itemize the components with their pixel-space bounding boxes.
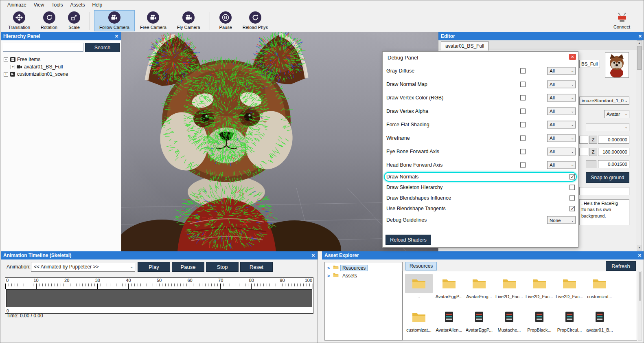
checkbox[interactable] [570,206,575,211]
checkbox[interactable] [520,68,526,73]
tool-connect[interactable]: Connect [608,10,635,31]
asset-item[interactable]: customizat... [585,274,615,306]
asset-item[interactable]: Live2D_Fac... [524,274,554,306]
collapse-icon[interactable]: − [4,57,8,62]
description-field[interactable]: . He's the FaceRig ffo has his own backg… [579,199,629,225]
checkbox[interactable] [520,162,526,167]
z-axis-label: Z [589,136,597,144]
close-icon[interactable]: ✕ [115,32,118,40]
expand-icon[interactable]: + [4,72,8,77]
editor-scrollbar[interactable]: ▲ ▼ [637,40,642,251]
tab-avatar01-bs-full[interactable]: avatar01_BS_Full [441,41,488,51]
asset-item[interactable]: customizat... [404,307,434,340]
animation-dropdown[interactable]: << Animated by Puppeteer >> ⌄ [31,262,135,272]
snap-to-ground-button[interactable]: Snap to ground [586,172,629,183]
standard-dropdown[interactable]: imazeStandard_1_0 ⌄ [579,97,629,105]
menu-assets[interactable]: Assets [67,1,89,9]
asset-item[interactable]: .. [404,274,434,306]
asset-tree-label[interactable]: Assets [340,273,359,279]
asset-tree-resources[interactable]: > Resources [325,264,402,272]
asset-item[interactable]: avatar01_B... [585,307,615,340]
checkbox[interactable] [570,196,575,201]
play-button[interactable]: Play [138,262,170,272]
timeline-track[interactable] [6,289,312,307]
tree-item-avatar[interactable]: + avatar01_BS_Full [11,63,63,70]
timeline-ruler[interactable]: 0 10 20 30 40 50 60 70 80 90 100 0 [5,277,313,314]
search-button[interactable]: Search [85,43,120,52]
dropdown[interactable]: All⌄ [547,80,576,88]
dropdown[interactable]: All⌄ [547,94,576,101]
asset-item[interactable]: AvatarAlien... [434,307,464,340]
scroll-down-icon[interactable]: ▼ [637,245,642,250]
type-dropdown[interactable]: Avatar ⌄ [604,110,629,118]
checkbox[interactable] [520,122,526,127]
tool-reload-phys[interactable]: Reload Phys [237,10,273,31]
reload-shaders-button[interactable]: Reload Shaders [386,235,431,245]
asset-item[interactable]: Live2D_Fac... [494,274,524,306]
asset-item[interactable]: PropCircul... [554,307,585,340]
chevron-right-icon[interactable]: > [327,266,331,270]
menu-tools[interactable]: Tools [48,1,66,9]
folder-icon [333,265,339,271]
menu-help[interactable]: Help [89,1,106,9]
scale-field[interactable]: 0.001500 [598,160,629,168]
scrollbar-thumb[interactable] [639,272,641,301]
empty-text-field[interactable] [579,187,629,195]
clipped-field[interactable] [579,148,588,156]
tool-rotation[interactable]: Rotation [35,10,63,31]
asset-tree-label[interactable]: Resources [340,265,368,271]
dropdown[interactable]: All⌄ [547,121,576,128]
asset-tree-assets[interactable]: > Assets [325,272,402,279]
expand-icon[interactable]: + [11,65,15,69]
tool-scale[interactable]: Scale [63,10,85,31]
menu-view[interactable]: View [30,1,48,9]
rotation2-z-field[interactable]: 180.000000 [598,148,629,156]
dropdown[interactable]: All⌄ [547,147,576,155]
close-icon[interactable]: ✕ [638,32,642,40]
scroll-up-icon[interactable]: ▲ [637,41,642,46]
rotation-z-field[interactable]: 0.000000 [598,136,629,144]
scrollbar-thumb[interactable] [637,46,642,70]
checkbox[interactable] [570,185,575,190]
asset-item[interactable]: AvatarEggP... [434,274,464,306]
checkbox[interactable] [520,108,526,114]
reset-button[interactable]: Reset [240,262,273,272]
stop-button[interactable]: Stop [206,262,239,272]
asset-item[interactable]: PropBlack... [524,307,554,340]
dropdown-value: << Animated by Puppeteer >> [34,264,129,270]
close-icon[interactable]: ✕ [638,251,642,259]
avatar-name-field[interactable]: BS_Full [579,60,600,68]
checkbox[interactable] [520,135,526,141]
menu-animaze[interactable]: Animaze [4,1,30,9]
dropdown[interactable]: None⌄ [547,216,576,224]
tool-free-camera[interactable]: Free Camera [135,10,172,31]
tab-resources[interactable]: Resources [405,262,437,270]
chevron-right-icon[interactable]: > [327,273,331,278]
dropdown[interactable]: All⌄ [547,134,576,142]
dropdown[interactable]: All⌄ [547,107,576,115]
checkbox[interactable] [520,95,526,100]
tree-item-free-items[interactable]: − Free Items [4,56,40,63]
tool-fly-camera[interactable]: Fly Camera [172,10,206,31]
pause-button[interactable]: Pause [172,262,204,272]
close-icon[interactable]: ✕ [569,54,576,60]
asset-scrollbar[interactable] [638,271,642,341]
checkbox[interactable] [570,174,575,180]
tool-pause[interactable]: Pause [214,10,237,31]
asset-item[interactable]: Mustache... [494,307,524,340]
close-icon[interactable]: ✕ [311,251,315,259]
dropdown[interactable]: All⌄ [547,161,576,169]
empty-dropdown[interactable]: ⌄ [586,123,629,131]
tool-translation[interactable]: Translation [3,10,35,31]
refresh-button[interactable]: Refresh [606,261,636,271]
checkbox[interactable] [520,81,526,87]
search-input[interactable] [3,43,83,52]
clipped-field[interactable] [579,136,588,144]
asset-item[interactable]: AvatarFrog... [464,274,494,306]
tree-item-scene[interactable]: + customization01_scene [4,70,68,78]
dropdown[interactable]: All⌄ [547,67,576,75]
asset-item[interactable]: AvatarEggP... [464,307,494,340]
checkbox[interactable] [520,149,526,154]
tool-follow-camera[interactable]: Follow Camera [94,10,135,31]
asset-item[interactable]: Live2D_Fac... [554,274,585,306]
